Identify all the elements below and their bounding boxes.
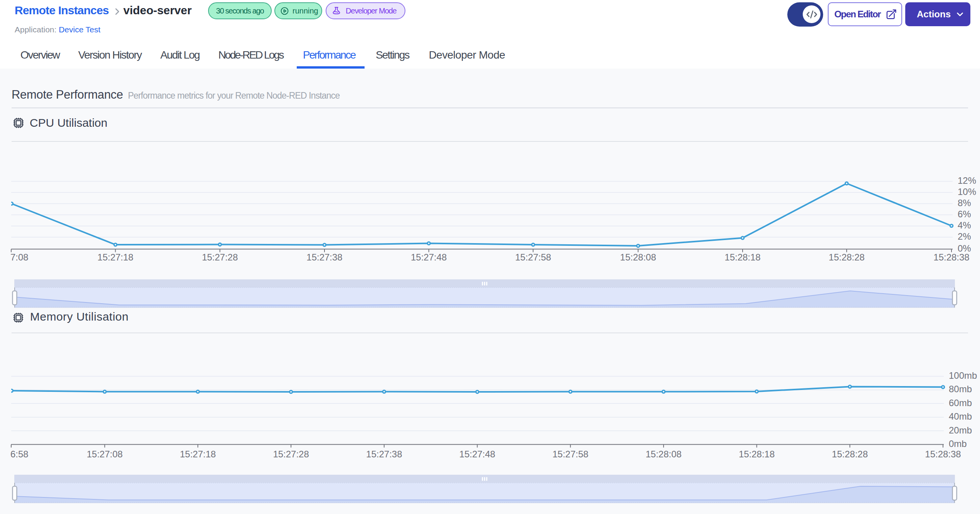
svg-text:15:27:08: 15:27:08 [87,449,123,459]
svg-text:15:28:38: 15:28:38 [933,252,969,262]
svg-text:60mb: 60mb [949,398,972,408]
svg-text:20mb: 20mb [949,425,972,435]
svg-text:7:08: 7:08 [10,252,29,262]
svg-text:15:27:48: 15:27:48 [459,449,495,459]
svg-text:8%: 8% [958,198,971,208]
svg-text:80mb: 80mb [949,384,972,394]
svg-text:6%: 6% [958,209,971,219]
svg-text:15:27:58: 15:27:58 [552,449,588,459]
svg-text:15:28:18: 15:28:18 [724,252,760,262]
svg-text:15:27:18: 15:27:18 [180,449,216,459]
svg-text:15:27:18: 15:27:18 [97,252,133,262]
svg-text:4%: 4% [958,220,971,230]
svg-text:15:28:28: 15:28:28 [829,252,864,262]
svg-text:15:27:28: 15:27:28 [202,252,238,262]
svg-text:15:27:38: 15:27:38 [366,449,402,459]
svg-text:15:28:08: 15:28:08 [645,449,681,459]
svg-text:6:58: 6:58 [10,449,29,459]
svg-text:10%: 10% [958,186,976,197]
svg-text:2%: 2% [958,231,971,242]
svg-text:15:28:38: 15:28:38 [925,449,961,459]
svg-text:15:27:28: 15:27:28 [273,449,309,459]
svg-text:15:27:48: 15:27:48 [411,252,447,262]
svg-text:15:28:28: 15:28:28 [832,449,868,459]
svg-text:15:27:58: 15:27:58 [515,252,551,262]
svg-text:15:28:08: 15:28:08 [620,252,656,262]
svg-text:12%: 12% [958,175,976,186]
svg-text:40mb: 40mb [949,411,972,422]
svg-text:0mb: 0mb [949,438,967,449]
svg-text:100mb: 100mb [949,370,977,381]
svg-text:15:27:38: 15:27:38 [306,252,342,262]
svg-text:15:28:18: 15:28:18 [739,449,775,459]
